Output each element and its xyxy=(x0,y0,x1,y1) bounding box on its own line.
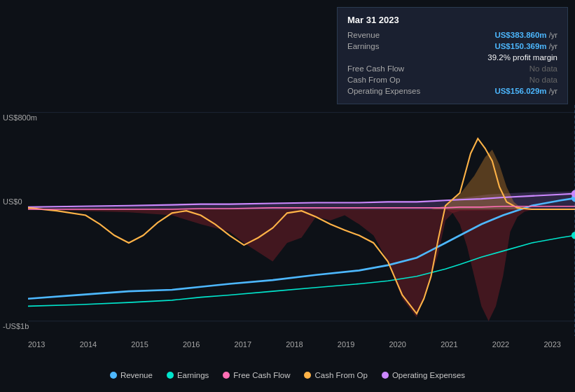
chart-svg xyxy=(28,105,575,336)
x-label-2021: 2021 xyxy=(441,340,457,349)
legend-label-earnings: Earnings xyxy=(177,371,209,379)
y-label-mid: US$0 xyxy=(3,197,22,206)
x-label-2022: 2022 xyxy=(492,340,509,349)
tooltip-date: Mar 31 2023 xyxy=(347,15,557,25)
legend-dot-cfo xyxy=(304,372,311,379)
legend-item-revenue[interactable]: Revenue xyxy=(110,371,153,379)
tooltip-unit-earnings: /yr xyxy=(549,42,557,50)
tooltip-row-earnings: Earnings US$150.369m /yr xyxy=(347,41,557,52)
tooltip-row-cfo: Cash From Op No data xyxy=(347,74,557,85)
legend-label-revenue: Revenue xyxy=(120,371,153,379)
tooltip-value-earnings: US$150.369m xyxy=(494,42,546,50)
x-label-2019: 2019 xyxy=(338,340,354,349)
x-label-2016: 2016 xyxy=(183,340,200,349)
tooltip-box: Mar 31 2023 Revenue US$383.860m /yr Earn… xyxy=(337,7,568,104)
tooltip-value-fcf: No data xyxy=(529,64,557,73)
x-label-2018: 2018 xyxy=(286,340,303,349)
legend-dot-revenue xyxy=(110,372,117,379)
tooltip-row-revenue: Revenue US$383.860m /yr xyxy=(347,29,557,41)
legend-dot-fcf xyxy=(223,372,230,379)
legend-item-fcf[interactable]: Free Cash Flow xyxy=(223,371,290,379)
chart-container: Mar 31 2023 Revenue US$383.860m /yr Earn… xyxy=(0,0,575,392)
tooltip-label-revenue: Revenue xyxy=(347,31,424,39)
tooltip-label-opex: Operating Expenses xyxy=(347,87,424,95)
tooltip-value-cfo: No data xyxy=(529,76,557,84)
chart-legend: Revenue Earnings Free Cash Flow Cash Fro… xyxy=(0,371,575,379)
tooltip-value-revenue: US$383.860m xyxy=(494,31,546,39)
svg-point-4 xyxy=(571,232,575,239)
x-label-2013: 2013 xyxy=(28,340,45,349)
tooltip-row-fcf: Free Cash Flow No data xyxy=(347,63,557,74)
legend-dot-earnings xyxy=(167,372,174,379)
x-label-2015: 2015 xyxy=(131,340,148,349)
x-label-2017: 2017 xyxy=(235,340,251,349)
tooltip-label-fcf: Free Cash Flow xyxy=(347,64,424,73)
tooltip-value-opex: US$156.029m xyxy=(494,87,546,95)
legend-dot-opex xyxy=(382,372,389,379)
legend-label-opex: Operating Expenses xyxy=(392,371,465,379)
x-axis-labels: 2013 2014 2015 2016 2017 2018 2019 2020 … xyxy=(28,340,575,349)
legend-item-cfo[interactable]: Cash From Op xyxy=(304,371,367,379)
tooltip-unit-revenue: /yr xyxy=(549,31,557,39)
tooltip-unit-opex: /yr xyxy=(549,87,557,95)
legend-label-fcf: Free Cash Flow xyxy=(233,371,290,379)
x-label-2023: 2023 xyxy=(543,340,560,349)
legend-label-cfo: Cash From Op xyxy=(314,371,367,379)
y-label-bottom: -US$1b xyxy=(3,322,29,330)
x-label-2020: 2020 xyxy=(389,340,406,349)
tooltip-label-cfo: Cash From Op xyxy=(347,76,424,84)
legend-item-earnings[interactable]: Earnings xyxy=(167,371,209,379)
tooltip-label-earnings: Earnings xyxy=(347,42,424,50)
tooltip-row-opex: Operating Expenses US$156.029m /yr xyxy=(347,85,557,97)
tooltip-profit-margin: 39.2% profit margin xyxy=(487,53,557,62)
x-label-2014: 2014 xyxy=(80,340,97,349)
tooltip-row-profit-margin: 39.2% profit margin xyxy=(347,52,557,63)
chart-area[interactable] xyxy=(28,105,575,336)
legend-item-opex[interactable]: Operating Expenses xyxy=(382,371,465,379)
